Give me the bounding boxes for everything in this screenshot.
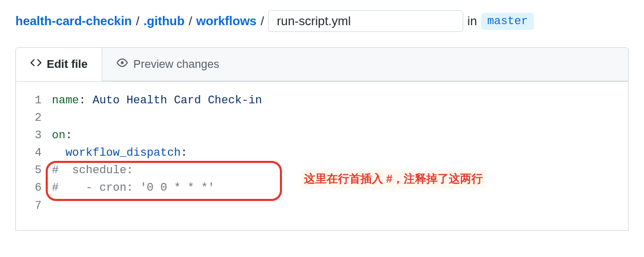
tab-edit-label: Edit file bbox=[47, 58, 87, 71]
line-number: 6 bbox=[16, 179, 52, 197]
line-number: 3 bbox=[16, 127, 52, 144]
code-line[interactable]: 3on: bbox=[16, 127, 628, 144]
code-line[interactable]: 7 bbox=[16, 197, 628, 215]
in-label: in bbox=[467, 14, 477, 28]
code-icon bbox=[30, 57, 42, 71]
breadcrumb: health-card-checkin / .github / workflow… bbox=[15, 10, 629, 32]
breadcrumb-dir1-link[interactable]: .github bbox=[143, 14, 184, 28]
tab-filler bbox=[234, 48, 628, 81]
line-number: 1 bbox=[16, 92, 52, 109]
breadcrumb-dir2-link[interactable]: workflows bbox=[196, 14, 256, 28]
code-line[interactable]: 1name: Auto Health Card Check-in bbox=[16, 92, 628, 109]
code-editor[interactable]: 1name: Auto Health Card Check-in23on:4 w… bbox=[15, 82, 629, 231]
code-line[interactable]: 4 workflow_dispatch: bbox=[16, 144, 628, 162]
line-content[interactable]: name: Auto Health Card Check-in bbox=[52, 92, 628, 109]
annotation-text: 这里在行首插入 #，注释掉了这两行 bbox=[301, 169, 486, 189]
breadcrumb-separator: / bbox=[188, 14, 192, 28]
tab-preview-changes[interactable]: Preview changes bbox=[102, 48, 234, 81]
tabs: Edit file Preview changes bbox=[15, 47, 629, 82]
breadcrumb-separator: / bbox=[260, 14, 264, 28]
line-content[interactable]: workflow_dispatch: bbox=[52, 144, 628, 162]
line-number: 4 bbox=[16, 144, 52, 162]
breadcrumb-separator: / bbox=[136, 14, 140, 28]
branch-badge[interactable]: master bbox=[481, 13, 534, 30]
tab-preview-label: Preview changes bbox=[133, 58, 219, 71]
tab-edit-file[interactable]: Edit file bbox=[16, 48, 102, 81]
eye-icon bbox=[117, 57, 128, 71]
line-content[interactable]: on: bbox=[52, 127, 628, 144]
code-line[interactable]: 2 bbox=[16, 109, 628, 127]
breadcrumb-repo-link[interactable]: health-card-checkin bbox=[15, 14, 132, 28]
line-content[interactable] bbox=[52, 197, 628, 215]
line-content[interactable] bbox=[52, 109, 628, 127]
line-number: 7 bbox=[16, 197, 52, 215]
line-number: 5 bbox=[16, 162, 52, 179]
line-number: 2 bbox=[16, 109, 52, 127]
filename-input[interactable] bbox=[268, 10, 463, 32]
